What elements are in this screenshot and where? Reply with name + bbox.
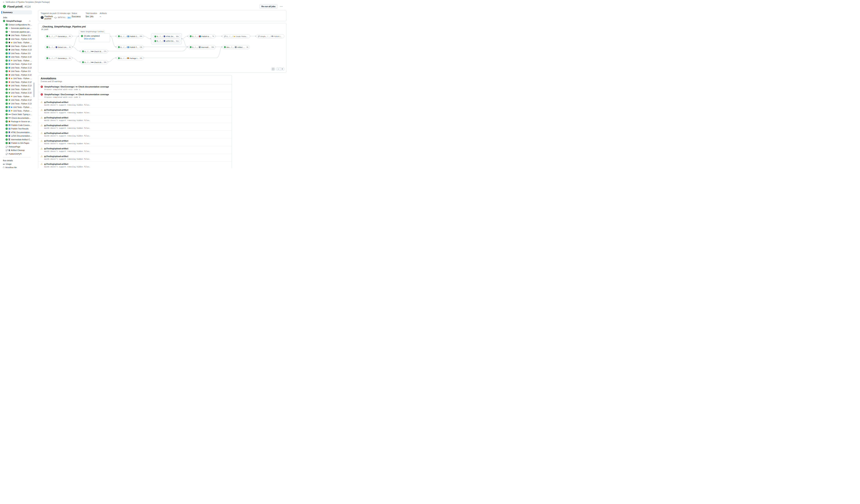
annotation-title[interactable]: pyTooling/upload-artifact [44,155,90,157]
sidebar-job-item[interactable]: Generate pipeline parameters [1,27,32,30]
job-label: Generate pipeline parameters [11,27,32,29]
sidebar-job-item[interactable]: Unit Tests - Python 3.9 [1,87,32,91]
annotation-title[interactable]: pyTooling/upload-artifact [44,147,90,150]
graph-node-intermediate[interactable]: S... / ... /Intermediate A...16s [188,45,215,49]
sidebar-job-item[interactable]: Unit Tests - Python 3.11 [1,95,32,98]
sidebar-job-item[interactable]: Unit Tests - Python 3.13 [1,102,32,105]
annotation-title[interactable]: pyTooling/upload-artifact [44,116,90,119]
annotation-title[interactable]: SimplePackage / DocCoverage /Check docum… [44,93,109,96]
annotation-title[interactable]: pyTooling/upload-artifact [44,109,90,111]
sidebar-job-item[interactable]: Unit Tests - Python 3.12 [1,109,32,113]
sidebar-job-item[interactable]: Unit Tests - Python 3.9 [1,34,32,38]
more-options-button[interactable] [279,4,284,9]
sidebar-job-item[interactable]: HTML Documentation using ... [1,130,32,134]
sidebar-job-item[interactable]: Unit Tests - Python 3.12 [1,80,32,84]
success-icon [118,57,120,59]
sidebar-job-item[interactable]: Unit Tests - Python 3.9 [1,70,32,73]
show-all-jobs-link[interactable]: Show all jobs [84,38,108,40]
sidebar-scrollbar-thumb[interactable] [33,83,34,97]
sidebar-job-item[interactable]: Publish Code Coverage Results [1,123,32,127]
breadcrumb[interactable]: Verification of Pipeline Templates (Simp… [3,1,284,3]
annotation-title[interactable]: pyTooling/upload-artifact [44,140,90,142]
graph-node-checkdoc[interactable]: S... / ... /Check docume...18s [81,60,108,64]
sidebar-job-item[interactable]: Unit Tests - Python 3.10 [1,73,32,77]
sidebar-group-simplepackage[interactable]: SimplePackage [1,19,32,23]
graph-node-ghpages[interactable]: S... / ... /Publish to GH-P...7s [188,34,215,38]
zoom-in-button[interactable] [280,67,284,71]
graph-node-release[interactable]: S... / ... /Create 'Release Pa... [223,34,250,38]
chart-icon [9,128,10,130]
zoom-out-button[interactable] [276,67,280,71]
sidebar-job-item[interactable]: Check Static Typing using Pyt... [1,113,32,116]
sidebar-item-summary[interactable]: Summary [1,10,32,14]
commit-hash[interactable]: d0f07e1 [58,17,66,18]
sidebar-job-item[interactable]: Check documentation covera... [1,116,32,120]
sidebar-job-item[interactable]: Intermediate Artifact Cleanup [1,138,32,141]
sidebar-job-item[interactable]: Publish Test Results [1,127,32,131]
error-icon [41,93,43,96]
graph-node-gen1[interactable]: S... / ... /Generate pipelin...0s [45,34,72,38]
matrix-tab[interactable]: Matrix: SimplePackage / UnitTest... [79,30,105,33]
warning-icon [41,140,43,145]
success-icon [5,95,8,98]
sidebar-job-item[interactable]: Unit Tests - Python 3.10 [1,37,32,41]
sidebar-job-item[interactable]: ReleasePage [1,145,32,148]
sidebar-job-item[interactable]: Unit Tests - Python 3.11 [1,41,32,45]
sidebar-job-item[interactable]: Unit Tests - Python 3.13 [1,66,32,70]
graph-node-extract[interactable]: S... / ... /Extract configur...4s [45,45,72,49]
sidebar-job-item[interactable]: PublishOnPyPI [1,152,32,156]
chevron-up-icon[interactable] [29,20,31,22]
sidebar-job-item[interactable]: Unit Tests - Python 3.12 [1,105,32,109]
graph-node-gen2[interactable]: S... / ... /Generate pipelin...0s [45,56,72,60]
warning-icon [41,147,43,153]
breadcrumb-label[interactable]: Verification of Pipeline Templates (Simp… [6,1,50,3]
sidebar-job-item[interactable]: LaTeX Documentation using ... [1,134,32,138]
matrix-group[interactable]: 22 jobs completed Show all jobs [79,33,110,42]
trigger-info: Triggered via push 13 minutes ago Paebbe… [41,12,72,19]
graph-node-checkstatic[interactable]: S... / ... /Check Static Ty...17s [81,49,108,53]
job-label: Extract configurations from p... [9,24,32,26]
annotation-title[interactable]: pyTooling/upload-artifact [44,132,90,134]
sidebar-job-item[interactable]: Unit Tests - Python 3.10 [1,55,32,59]
sidebar-item-usage[interactable]: Usage [1,162,32,166]
job-label: Unit Tests - Python 3.13 [11,85,31,87]
fullscreen-button[interactable] [271,67,275,71]
sidebar-job-item[interactable]: Extract configurations from p... [1,23,32,27]
sidebar-job-item[interactable]: Unit Tests - Python 3.11 [1,59,32,62]
graph-node-artifact[interactable]: Sim... / ... /Artifact Cleanup4s [223,45,250,49]
rerun-all-jobs-button[interactable]: Re-run all jobs [259,4,277,9]
sidebar-job-item[interactable]: Unit Tests - Python 3.10 [1,91,32,95]
summary-label: Summary [3,11,13,13]
sidebar-job-item[interactable]: Unit Tests - Python 3.12 [1,62,32,66]
sidebar-job-item[interactable]: Unit Tests - Python 3.11 [1,77,32,81]
graph-node-html[interactable]: S... / ... /HTML Docume...55s [153,34,180,38]
sidebar-job-item[interactable]: Package in Source and Wheel... [1,120,32,124]
node-prefix: S... / ... / [49,35,55,38]
graph-node-latex[interactable]: S... / ... /LaTeX Docume...51s [153,39,180,43]
avatar[interactable] [41,16,44,19]
sidebar-job-item[interactable]: Unit Tests - Python 3.9 [1,52,32,55]
sidebar-job-item[interactable]: Publish to GH-Pages [1,141,32,145]
sidebar-job-item[interactable]: Unit Tests - Python 3.12 [1,44,32,48]
annotation-title[interactable]: pyTooling/upload-artifact [44,163,90,165]
node-name: Check Static Ty... [94,51,103,53]
actor-pushed-label[interactable]: Paebbels pushed [45,15,53,20]
sidebar-job-item[interactable]: Unit Tests - Python 3.13 [1,48,32,52]
branch-badge[interactable]: dev [67,16,72,19]
annotation-title[interactable]: SimplePackage / DocCoverage /Check docum… [44,86,109,88]
graph-node-pypi[interactable]: Simple... / ... /Publish to PyPI [256,34,284,38]
annotation-title[interactable]: pyTooling/upload-artifact [44,101,90,103]
annotation-title[interactable]: pyTooling/upload-artifact [44,124,90,127]
sidebar-job-item[interactable]: Artifact Cleanup [1,148,32,152]
sidebar-job-item[interactable]: Unit Tests - Python 3.13 [1,84,32,88]
sidebar-job-item[interactable]: Unit Tests - Python 3.12 [1,98,32,102]
graph-node-pubtest[interactable]: S... / ... /Publish Test Re...13s [116,45,144,49]
graph-node-package[interactable]: S... / ... /Package in Sou...18s [116,56,144,60]
graph-node-pubcode[interactable]: S... / ... /Publish Code C...20s [116,34,144,38]
back-arrow-icon[interactable] [3,1,4,3]
sidebar-job-item[interactable]: Generate pipeline parameters [1,30,32,34]
node-duration: 0s [69,35,71,37]
annotation-title-text: pyTooling/upload-artifact [44,163,68,165]
success-icon [5,31,8,33]
sidebar-item-workflow-file[interactable]: Workflow file [1,166,32,168]
